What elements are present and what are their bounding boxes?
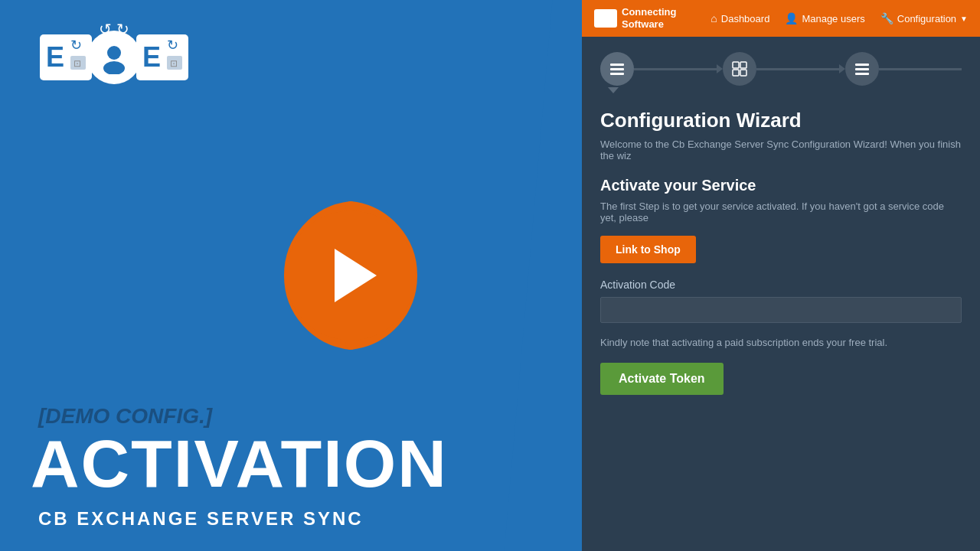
- exchange-icon-right: E ↻ ⊡: [135, 31, 190, 83]
- step-line-1: [634, 68, 717, 70]
- wizard-step-2: [723, 52, 756, 86]
- nav-manage-users[interactable]: 👤 Manage users: [785, 12, 864, 24]
- svg-rect-19: [740, 70, 746, 76]
- top-nav: Connecting Software ⌂ Dashboard 👤 Manage…: [582, 0, 980, 37]
- right-panel: Connecting Software ⌂ Dashboard 👤 Manage…: [582, 0, 980, 551]
- activation-code-label: Activation Code: [600, 279, 962, 291]
- wrench-icon: 🔧: [880, 12, 893, 24]
- section-description: The first Step is to get your service ac…: [600, 201, 962, 223]
- nav-dashboard[interactable]: ⌂ Dashboard: [710, 12, 769, 24]
- link-to-shop-button[interactable]: Link to Shop: [600, 236, 696, 263]
- dashboard-icon: ⌂: [710, 12, 717, 24]
- step-arrow-2: [839, 64, 845, 73]
- brand-logo: Connecting Software: [594, 6, 677, 30]
- svg-text:↻: ↻: [167, 37, 178, 53]
- wizard-content: Configuration Wizard Welcome to the Cb E…: [582, 93, 980, 410]
- subtitle: CB EXCHANGE SERVER SYNC: [38, 508, 364, 530]
- section-title: Activate your Service: [600, 177, 962, 194]
- users-icon: 👤: [785, 12, 798, 24]
- svg-rect-17: [740, 62, 746, 68]
- brand-icon: [594, 9, 617, 28]
- wizard-steps: [582, 37, 980, 86]
- svg-point-6: [103, 61, 125, 74]
- step-line-3: [879, 68, 962, 70]
- svg-rect-16: [733, 62, 739, 68]
- svg-point-5: [107, 46, 121, 60]
- left-panel: E ↻ ⊡ E ↻: [0, 0, 582, 551]
- main-title: ACTIVATION: [31, 430, 448, 497]
- svg-text:E: E: [46, 41, 64, 73]
- step-line-2: [756, 68, 839, 70]
- exchange-icon-left: E ↻ ⊡: [38, 31, 93, 83]
- wizard-description: Welcome to the Cb Exchange Server Sync C…: [600, 139, 962, 161]
- svg-rect-13: [610, 64, 624, 66]
- svg-text:E: E: [142, 41, 161, 73]
- play-button[interactable]: [251, 176, 450, 375]
- chevron-down-icon: ▼: [960, 15, 968, 23]
- activation-note: Kindly note that activating a paid subsc…: [600, 335, 962, 350]
- svg-text:⊡: ⊡: [74, 58, 81, 69]
- svg-rect-15: [610, 73, 624, 75]
- step-indicator-arrow: [582, 87, 980, 93]
- nav-items: ⌂ Dashboard 👤 Manage users 🔧 Configurati…: [710, 12, 968, 24]
- play-circle[interactable]: [286, 210, 416, 341]
- svg-rect-22: [855, 73, 869, 75]
- activation-code-input[interactable]: [600, 297, 962, 323]
- nav-configuration[interactable]: 🔧 Configuration ▼: [880, 12, 968, 24]
- svg-rect-20: [855, 64, 869, 66]
- svg-text:⊡: ⊡: [170, 58, 178, 69]
- play-triangle-icon: [335, 249, 377, 302]
- wizard-step-3: [845, 52, 879, 86]
- activate-token-button[interactable]: Activate Token: [600, 363, 724, 395]
- brand-text: Connecting Software: [622, 6, 677, 30]
- svg-rect-14: [610, 68, 624, 70]
- svg-rect-18: [733, 70, 739, 76]
- svg-text:↻: ↻: [70, 37, 82, 53]
- step-arrow-1: [717, 64, 723, 73]
- wizard-title: Configuration Wizard: [600, 109, 962, 132]
- svg-rect-21: [855, 68, 869, 70]
- wizard-step-1: [600, 52, 634, 86]
- user-avatar-icon: [87, 31, 141, 84]
- logo-area: E ↻ ⊡ E ↻: [38, 31, 190, 84]
